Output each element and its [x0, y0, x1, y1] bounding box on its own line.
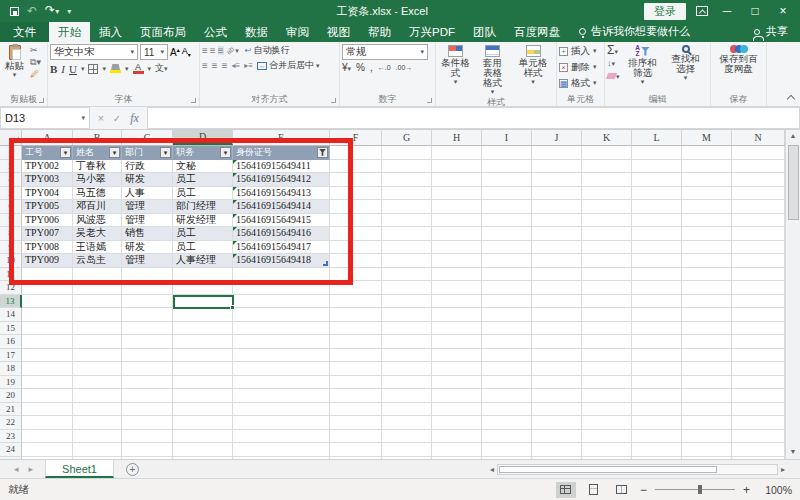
find-select-button[interactable]: 查找和选择 ▾: [666, 44, 706, 82]
cell-M10[interactable]: [682, 254, 732, 268]
cell-E16[interactable]: [233, 335, 330, 349]
cell-G11[interactable]: [382, 268, 432, 282]
cell-J7[interactable]: [532, 214, 582, 228]
cell-J16[interactable]: [532, 335, 582, 349]
cell-N4[interactable]: [732, 173, 785, 187]
cell-G17[interactable]: [382, 349, 432, 363]
cell-B20[interactable]: [73, 389, 122, 403]
menu-tab-11[interactable]: 百度网盘: [505, 22, 569, 42]
cell-G20[interactable]: [382, 389, 432, 403]
align-left-icon[interactable]: ≡: [202, 61, 208, 70]
cell-E18[interactable]: [233, 362, 330, 376]
increase-font-icon[interactable]: A▴: [170, 46, 180, 58]
cell-M4[interactable]: [682, 173, 732, 187]
ribbon-display-options-icon[interactable]: [696, 6, 708, 16]
cell-N15[interactable]: [732, 322, 785, 336]
menu-tab-2[interactable]: 插入: [90, 22, 131, 42]
column-header-M[interactable]: M: [682, 130, 732, 145]
cell-I6[interactable]: [482, 200, 532, 214]
cell-N1[interactable]: [732, 146, 785, 160]
collapse-ribbon-icon[interactable]: [787, 95, 795, 103]
cell-I9[interactable]: [482, 241, 532, 255]
cell-A24[interactable]: [22, 443, 73, 457]
cell-L9[interactable]: [632, 241, 682, 255]
cell-K5[interactable]: [582, 187, 632, 201]
cell-I22[interactable]: [482, 416, 532, 430]
cell-N8[interactable]: [732, 227, 785, 241]
cell-K6[interactable]: [582, 200, 632, 214]
cell-E14[interactable]: [233, 308, 330, 322]
cell-L13[interactable]: [632, 295, 682, 309]
cell-G24[interactable]: [382, 443, 432, 457]
cell-K10[interactable]: [582, 254, 632, 268]
cell-N23[interactable]: [732, 430, 785, 444]
cell-H16[interactable]: [432, 335, 482, 349]
cell-K12[interactable]: [582, 281, 632, 295]
cell-D21[interactable]: [173, 403, 233, 417]
cell-J22[interactable]: [532, 416, 582, 430]
cell-C15[interactable]: [122, 322, 173, 336]
cell-H3[interactable]: [432, 160, 482, 174]
cell-L5[interactable]: [632, 187, 682, 201]
cell-J9[interactable]: [532, 241, 582, 255]
cell-J15[interactable]: [532, 322, 582, 336]
cell-C21[interactable]: [122, 403, 173, 417]
confirm-entry-icon[interactable]: ✓: [113, 113, 121, 124]
cell-J20[interactable]: [532, 389, 582, 403]
row-header-17[interactable]: 17: [0, 349, 22, 363]
cell-N14[interactable]: [732, 308, 785, 322]
cell-C18[interactable]: [122, 362, 173, 376]
zoom-slider[interactable]: [655, 489, 735, 490]
menu-tab-9[interactable]: 万兴PDF: [400, 22, 464, 42]
cell-A20[interactable]: [22, 389, 73, 403]
font-color-button[interactable]: A: [133, 63, 144, 74]
cell-N21[interactable]: [732, 403, 785, 417]
zoom-level[interactable]: 100%: [758, 484, 792, 496]
cell-G6[interactable]: [382, 200, 432, 214]
cell-H18[interactable]: [432, 362, 482, 376]
menu-tab-7[interactable]: 视图: [318, 22, 359, 42]
menu-tab-10[interactable]: 团队: [464, 22, 505, 42]
cell-K13[interactable]: [582, 295, 632, 309]
conditional-formatting-button[interactable]: 条件格式 ▾: [438, 44, 473, 86]
insert-function-icon[interactable]: fx: [130, 111, 139, 126]
cell-M14[interactable]: [682, 308, 732, 322]
cell-K22[interactable]: [582, 416, 632, 430]
cell-N16[interactable]: [732, 335, 785, 349]
clipboard-dialog-launcher[interactable]: [39, 98, 44, 103]
cell-I24[interactable]: [482, 443, 532, 457]
cell-N24[interactable]: [732, 443, 785, 457]
cell-C16[interactable]: [122, 335, 173, 349]
sort-filter-button[interactable]: AZ 排序和筛选 ▾: [623, 44, 663, 86]
cell-K1[interactable]: [582, 146, 632, 160]
cancel-entry-icon[interactable]: ×: [98, 113, 104, 124]
cell-L24[interactable]: [632, 443, 682, 457]
cell-L10[interactable]: [632, 254, 682, 268]
cell-K8[interactable]: [582, 227, 632, 241]
row-header-21[interactable]: 21: [0, 403, 22, 417]
cell-K23[interactable]: [582, 430, 632, 444]
cell-G14[interactable]: [382, 308, 432, 322]
cell-J13[interactable]: [532, 295, 582, 309]
cell-H24[interactable]: [432, 443, 482, 457]
row-header-19[interactable]: 19: [0, 376, 22, 390]
cell-H15[interactable]: [432, 322, 482, 336]
cell-C14[interactable]: [122, 308, 173, 322]
cell-F15[interactable]: [330, 322, 382, 336]
cell-N20[interactable]: [732, 389, 785, 403]
cell-L17[interactable]: [632, 349, 682, 363]
cell-J14[interactable]: [532, 308, 582, 322]
font-dialog-launcher[interactable]: [191, 98, 196, 103]
cell-N17[interactable]: [732, 349, 785, 363]
cell-K11[interactable]: [582, 268, 632, 282]
cell-J6[interactable]: [532, 200, 582, 214]
cell-A22[interactable]: [22, 416, 73, 430]
column-header-L[interactable]: L: [632, 130, 682, 145]
cell-E13[interactable]: [233, 295, 330, 309]
cell-B15[interactable]: [73, 322, 122, 336]
cell-M15[interactable]: [682, 322, 732, 336]
cell-J21[interactable]: [532, 403, 582, 417]
format-painter-icon[interactable]: 🖉: [30, 70, 41, 79]
cell-C19[interactable]: [122, 376, 173, 390]
cell-N22[interactable]: [732, 416, 785, 430]
